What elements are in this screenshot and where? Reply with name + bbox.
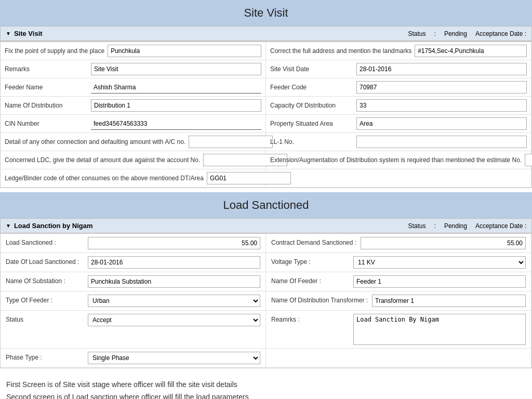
- name-distribution-label: Name Of Distribution: [5, 102, 88, 109]
- fix-point-cell: Fix the point of supply and the place: [1, 42, 266, 60]
- remarks-input[interactable]: [91, 63, 261, 75]
- extension-input[interactable]: [525, 154, 532, 166]
- empty-load-cell: [266, 349, 531, 368]
- cin-number-cell: CIN Number: [1, 115, 266, 133]
- fix-point-label: Fix the point of supply and the place: [5, 47, 104, 55]
- name-dist-transformer-input[interactable]: [372, 295, 526, 307]
- correct-address-cell: Correct the full address and mention the…: [266, 42, 531, 60]
- site-visit-date-label: Site Visit Date: [270, 65, 353, 73]
- concerned-ldc-cell: Concerned LDC, give the detail of amount…: [1, 151, 266, 169]
- load-sanction-section-header: ▼ Load Sanction by Nigam Status : Pendin…: [0, 218, 532, 233]
- contract-demand-input[interactable]: [361, 237, 526, 249]
- site-visit-status-area: Status : Pending Acceptance Date :: [408, 30, 526, 37]
- name-feeder-input[interactable]: [353, 275, 526, 288]
- phase-type-cell: Phase Type : Single Phase Three Phase: [1, 349, 266, 368]
- voltage-type-cell: Voltage Type : 11 KV 33 KV 66 KV: [266, 253, 531, 272]
- status-cell: Status Accept Reject Pending: [1, 311, 266, 349]
- acceptance-label: Acceptance Date :: [475, 30, 526, 37]
- load-acceptance-label: Acceptance Date :: [475, 222, 526, 230]
- page-title: Site Visit: [0, 0, 532, 26]
- name-dist-transformer-cell: Name Of Distribution Transformer :: [266, 291, 531, 311]
- phase-type-select[interactable]: Single Phase Three Phase: [88, 352, 260, 364]
- remarks-label: Remarks: [5, 65, 88, 73]
- name-substation-cell: Name Of Substation :: [1, 272, 266, 291]
- feeder-code-input[interactable]: [356, 81, 527, 94]
- remarks-cell: Remarks: [1, 60, 266, 78]
- empty-cell: [266, 169, 531, 188]
- colon: :: [434, 30, 436, 37]
- contract-demand-label: Contract Demand Sanctioned :: [271, 237, 356, 246]
- chevron-icon-2: ▼: [6, 223, 11, 229]
- ll1-cell: LL-1 No.: [266, 133, 531, 151]
- site-visit-date-cell: Site Visit Date: [266, 60, 531, 78]
- remarks-cell: Reamrks : Load Sanction By Nigam: [266, 311, 531, 349]
- cin-number-label: CIN Number: [5, 120, 88, 127]
- property-situated-label: Property Situated Area: [270, 120, 353, 127]
- contract-demand-cell: Contract Demand Sanctioned :: [266, 234, 531, 253]
- property-situated-input[interactable]: [356, 117, 527, 130]
- feeder-code-label: Feeder Code: [270, 84, 353, 91]
- site-visit-label: ▼ Site Visit: [6, 30, 43, 37]
- load-sanctioned-input[interactable]: [88, 237, 260, 249]
- capacity-distribution-input[interactable]: [356, 99, 527, 112]
- concerned-ldc-label: Concerned LDC, give the detail of amount…: [5, 156, 200, 164]
- extension-cell: Extension/Augmentation of Distribution s…: [266, 151, 531, 169]
- load-colon: :: [434, 222, 436, 230]
- remarks-textarea[interactable]: Load Sanction By Nigam: [353, 314, 526, 345]
- load-sanction-status-area: Status : Pending Acceptance Date :: [408, 222, 526, 230]
- correct-address-input[interactable]: [415, 45, 527, 57]
- load-sanctioned-cell: Load Sanctioned :: [1, 234, 266, 253]
- name-distribution-cell: Name Of Distribution: [1, 97, 266, 115]
- fix-point-input[interactable]: [108, 45, 261, 57]
- status-value: Pending: [444, 30, 467, 37]
- status-label: Status: [408, 30, 426, 37]
- date-load-label: Date Of Load Sanctioned :: [6, 256, 84, 265]
- load-sanctioned-label: Load Sanctioned :: [6, 237, 84, 246]
- load-status-value: Pending: [444, 222, 467, 230]
- feeder-name-input[interactable]: [91, 81, 261, 94]
- detail-other-label: Detail of any other connection and defau…: [5, 138, 185, 145]
- ledge-binder-cell: Ledge/Binder code of other consumes on t…: [1, 169, 266, 188]
- type-feeder-select[interactable]: Urban Rural Industrial: [88, 295, 260, 307]
- name-substation-label: Name Of Substation :: [6, 275, 84, 285]
- site-visit-form: Fix the point of supply and the place Co…: [0, 41, 532, 188]
- name-dist-transformer-label: Name Of Distribution Transformer :: [271, 295, 368, 304]
- name-distribution-input[interactable]: [91, 99, 261, 112]
- capacity-distribution-label: Capacity Of Distribution: [270, 102, 353, 109]
- name-substation-input[interactable]: [88, 275, 260, 288]
- type-feeder-label: Type Of Feeder :: [6, 295, 84, 304]
- cin-number-input[interactable]: [91, 117, 261, 130]
- feeder-name-label: Feeder Name: [5, 84, 88, 91]
- site-visit-date-input[interactable]: [356, 63, 527, 75]
- status-field-label: Status: [6, 314, 84, 323]
- type-feeder-cell: Type Of Feeder : Urban Rural Industrial: [1, 291, 266, 311]
- status-select[interactable]: Accept Reject Pending: [88, 314, 260, 326]
- phase-type-label: Phase Type :: [6, 352, 84, 361]
- date-load-input[interactable]: [88, 256, 260, 269]
- name-feeder-cell: Name Of Feeder :: [266, 272, 531, 291]
- property-situated-cell: Property Situated Area: [266, 115, 531, 133]
- detail-other-input[interactable]: [189, 136, 273, 148]
- voltage-type-select[interactable]: 11 KV 33 KV 66 KV: [353, 256, 526, 269]
- voltage-type-label: Voltage Type :: [271, 256, 349, 265]
- feeder-name-cell: Feeder Name: [1, 78, 266, 97]
- ll1-input[interactable]: [356, 136, 527, 148]
- site-visit-section-header: ▼ Site Visit Status : Pending Acceptance…: [0, 26, 532, 41]
- date-load-cell: Date Of Load Sanctioned :: [1, 253, 266, 272]
- load-sanction-form: Load Sanctioned : Contract Demand Sancti…: [0, 233, 532, 368]
- detail-other-cell: Detail of any other connection and defau…: [1, 133, 266, 151]
- description-line2: Second screen is of Load sanction where …: [6, 391, 526, 399]
- correct-address-label: Correct the full address and mention the…: [270, 47, 411, 55]
- extension-label: Extension/Augmentation of Distribution s…: [270, 156, 522, 164]
- load-section-title: Load Sanctioned: [0, 192, 532, 218]
- ledge-binder-label: Ledge/Binder code of other consumes on t…: [5, 175, 204, 182]
- remarks-field-label: Reamrks :: [271, 314, 349, 323]
- load-status-label: Status: [408, 222, 426, 230]
- ll1-label: LL-1 No.: [270, 138, 353, 145]
- feeder-code-cell: Feeder Code: [266, 78, 531, 97]
- description-area: First Screen is of Site visit stage wher…: [0, 368, 532, 399]
- name-feeder-label: Name Of Feeder :: [271, 275, 349, 285]
- chevron-icon: ▼: [6, 31, 11, 36]
- description-line1: First Screen is of Site visit stage wher…: [6, 379, 526, 391]
- capacity-distribution-cell: Capacity Of Distribution: [266, 97, 531, 115]
